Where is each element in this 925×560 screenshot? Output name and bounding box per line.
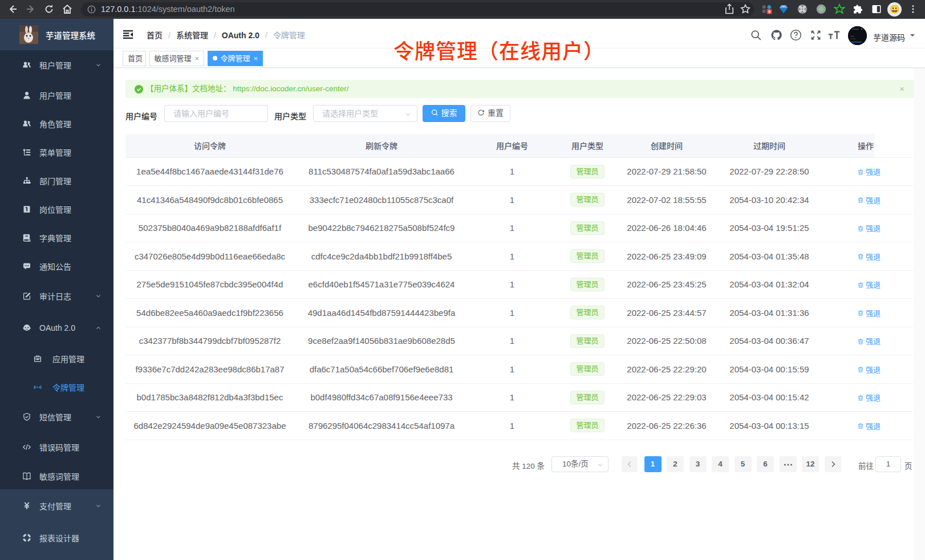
svg-text:9: 9: [768, 9, 770, 14]
